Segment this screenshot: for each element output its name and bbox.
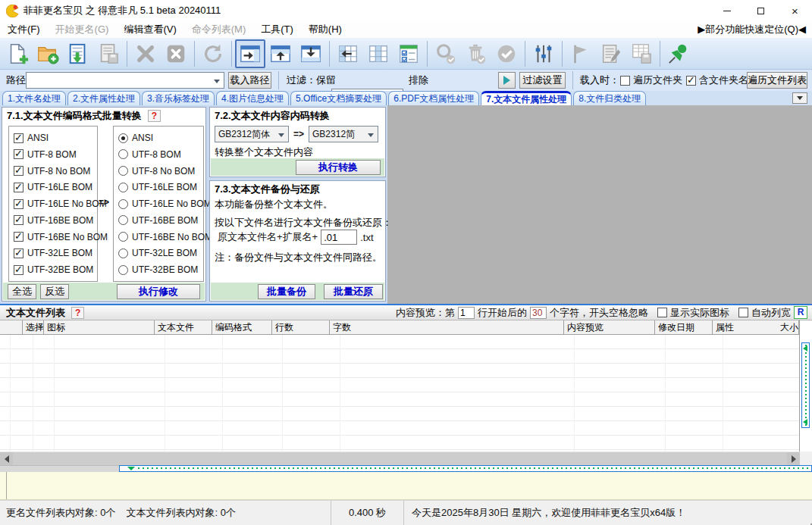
scroll-right-button[interactable] xyxy=(787,452,800,465)
refresh-button[interactable] xyxy=(198,39,228,68)
maximize-button[interactable] xyxy=(744,0,778,21)
minimize-button[interactable] xyxy=(710,0,744,21)
auto-column-width-checkbox[interactable] xyxy=(738,308,748,317)
resize-grip[interactable] xyxy=(807,520,809,522)
table-body-empty[interactable] xyxy=(0,335,799,452)
show-real-icons-checkbox[interactable] xyxy=(657,308,667,317)
pin-button[interactable] xyxy=(663,39,694,68)
encoding-radio-row[interactable]: UTF-16BE No BOM xyxy=(118,230,203,245)
encoding-radio-row[interactable]: UTF-8 No BOM xyxy=(118,164,203,179)
menu-item[interactable]: 工具(T) xyxy=(253,21,301,38)
path-combobox[interactable] xyxy=(26,72,224,89)
quick-locate-label[interactable]: ▶部分功能快速定位(Q)◀ xyxy=(698,23,812,36)
menu-item[interactable]: 文件(F) xyxy=(0,21,48,38)
tab[interactable]: 6.PDF文档属性处理 xyxy=(388,91,479,105)
encoding-radio-row[interactable]: UTF-32BE BOM xyxy=(118,262,203,277)
tab[interactable]: 5.Office文档摘要处理 xyxy=(290,91,387,105)
encoding-checkbox-row[interactable]: UTF-16BE No BOM xyxy=(14,230,97,245)
panel-up-button[interactable] xyxy=(265,39,296,68)
encoding-radio-row[interactable]: ANSI xyxy=(118,130,203,145)
tab[interactable]: 4.图片信息处理 xyxy=(216,91,289,105)
encoding-checkbox-row[interactable]: UTF-16LE No BOM xyxy=(14,196,97,211)
new-file-button[interactable] xyxy=(2,39,33,68)
from-encoding-combobox[interactable]: GB2312简体 xyxy=(215,126,289,142)
menu-item[interactable]: 编辑查看(V) xyxy=(116,21,183,38)
traverse-file-list-button[interactable]: 遍历文件列表 xyxy=(747,72,807,89)
panel-down-button[interactable] xyxy=(296,39,326,68)
encoding-radio-row[interactable]: UTF-8 BOM xyxy=(118,147,203,162)
column-header[interactable]: 大小 xyxy=(777,320,799,334)
column-header[interactable]: 字数 xyxy=(330,320,564,334)
column-header[interactable]: 行数 xyxy=(272,320,330,334)
apply-filter-button[interactable] xyxy=(498,72,516,89)
execute-convert-button[interactable]: 执行转换 xyxy=(296,160,381,175)
tab[interactable]: 3.音乐标签处理 xyxy=(142,91,215,105)
tab[interactable]: 1.文件名处理 xyxy=(2,91,66,105)
horizontal-splitter-handle[interactable] xyxy=(119,465,812,472)
check-list-button[interactable] xyxy=(393,39,424,68)
backup-ext-input[interactable] xyxy=(321,230,357,245)
encoding-checkbox-row[interactable]: UTF-32LE BOM xyxy=(14,245,97,261)
menu-item[interactable]: 帮助(H) xyxy=(301,21,350,38)
horizontal-scrollbar[interactable] xyxy=(0,452,800,465)
encoding-radio-row[interactable]: UTF-16LE BOM xyxy=(118,180,203,195)
save-file-list-button[interactable] xyxy=(93,39,124,68)
encoding-checkbox-row[interactable]: UTF-8 No BOM xyxy=(14,164,97,179)
help-badge[interactable]: ? xyxy=(71,307,84,319)
flag-button[interactable] xyxy=(566,39,596,68)
char-count-input[interactable] xyxy=(530,307,547,319)
encoding-radio-row[interactable]: UTF-32LE BOM xyxy=(118,245,203,261)
clear-list-button[interactable] xyxy=(161,39,191,68)
encoding-checkbox-row[interactable]: UTF-32BE BOM xyxy=(14,262,97,277)
encoding-radio-row[interactable]: UTF-16LE No BOM xyxy=(118,196,203,211)
panel-right-button[interactable] xyxy=(235,39,265,68)
tune-settings-button[interactable] xyxy=(528,39,559,68)
edit-list-button[interactable] xyxy=(596,39,626,68)
menu-item[interactable]: 命令列表(M) xyxy=(184,21,254,38)
column-header[interactable]: 图标 xyxy=(44,320,155,334)
encoding-checkbox-row[interactable]: ANSI xyxy=(14,130,97,145)
column-header[interactable]: 内容预览 xyxy=(564,320,655,334)
scroll-left-button[interactable] xyxy=(0,452,13,465)
check-list-icon xyxy=(397,42,420,65)
batch-backup-button[interactable]: 批量备份 xyxy=(258,284,315,299)
load-path-button[interactable]: 载入路径 xyxy=(228,72,271,89)
column-header[interactable]: 选择 xyxy=(23,320,44,334)
encoding-radio-row[interactable]: UTF-16BE BOM xyxy=(118,213,203,228)
execute-modify-button[interactable]: 执行修改 xyxy=(117,284,200,299)
remove-item-button[interactable] xyxy=(130,39,161,68)
column-header[interactable] xyxy=(0,320,23,334)
load-file-list-button[interactable] xyxy=(63,39,93,68)
menu-item[interactable]: 开始更名(G) xyxy=(48,21,117,38)
column-header[interactable]: 编码格式 xyxy=(212,320,272,334)
reset-columns-button[interactable]: R xyxy=(794,306,807,319)
grid-left-button[interactable] xyxy=(333,39,363,68)
include-folder-name-checkbox[interactable]: 含文件夹名 xyxy=(686,72,748,89)
encoding-checkbox-row[interactable]: UTF-16BE BOM xyxy=(14,213,97,228)
tab[interactable]: 8.文件归类处理 xyxy=(573,91,646,105)
grid-columns-button[interactable] xyxy=(363,39,393,68)
column-header[interactable]: 文本文件 xyxy=(155,320,212,334)
encoding-checkbox-row[interactable]: UTF-16LE BOM xyxy=(14,180,97,195)
delete-confirm-button[interactable] xyxy=(461,39,491,68)
tab-overflow-button[interactable] xyxy=(792,92,807,104)
to-encoding-combobox[interactable]: GB2312简体 xyxy=(309,126,378,142)
vertical-splitter-handle[interactable] xyxy=(801,342,810,428)
column-header[interactable]: 属性 xyxy=(713,320,777,334)
add-folder-button[interactable] xyxy=(33,39,63,68)
search-confirm-button[interactable] xyxy=(431,39,461,68)
start-line-input[interactable] xyxy=(458,307,475,319)
encoding-checkbox-row[interactable]: UTF-8 BOM xyxy=(14,147,97,162)
select-all-button[interactable]: 全选 xyxy=(8,284,36,299)
confirm-button[interactable] xyxy=(491,39,522,68)
filter-settings-button[interactable]: 过滤设置 xyxy=(519,72,566,89)
save-table-button[interactable] xyxy=(626,39,657,68)
column-header[interactable]: 修改日期 xyxy=(655,320,713,334)
invert-selection-button[interactable]: 反选 xyxy=(40,284,69,299)
help-badge[interactable]: ? xyxy=(148,110,161,122)
batch-restore-button[interactable]: 批量还原 xyxy=(324,284,383,299)
tab[interactable]: 7.文本文件属性处理 xyxy=(481,91,572,105)
traverse-folders-checkbox[interactable]: 遍历文件夹 xyxy=(620,72,682,89)
tab[interactable]: 2.文件属性处理 xyxy=(67,91,140,105)
close-button[interactable]: × xyxy=(778,0,812,21)
